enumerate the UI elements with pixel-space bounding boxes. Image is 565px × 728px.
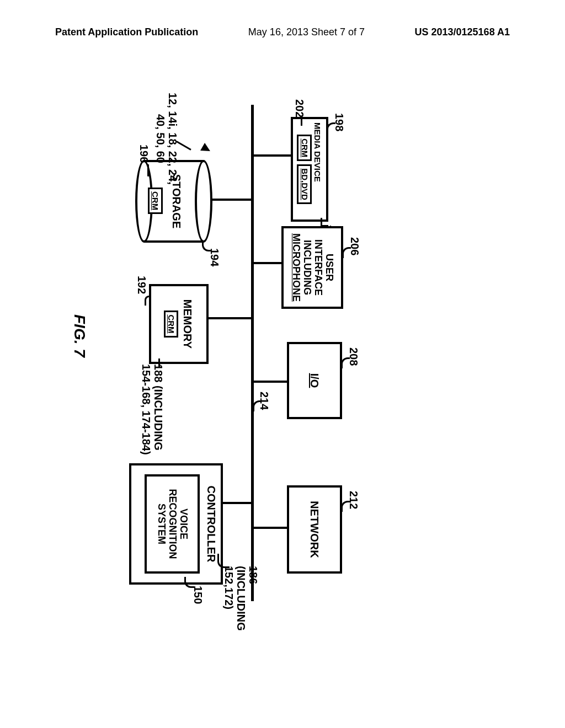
io-block: I/O (287, 342, 342, 419)
media-device-block: MEDIA DEVICE CRM BD,DVD (291, 117, 328, 222)
leader-208 (341, 357, 350, 368)
header-right: US 2013/0125168 A1 (415, 26, 510, 38)
ref-186: 186 (INCLUDING 152,172) (223, 566, 259, 631)
leader-150 (184, 577, 194, 588)
crm-label-media: CRM (300, 138, 310, 157)
crm-block-storage: CRM (148, 188, 163, 214)
leader-194 (202, 240, 211, 251)
crm-label-storage: CRM (151, 191, 160, 210)
stub-storage (211, 199, 251, 201)
network-label: NETWORK (308, 501, 321, 558)
user-interface-block: USERINTERFACEINCLUDINGMICROPHONE (281, 226, 343, 309)
stub-network (254, 527, 287, 529)
voice-recognition-label: VOICE RECOGNITION SYSTEM (156, 489, 188, 559)
page-header: Patent Application Publication May 16, 2… (0, 26, 565, 38)
leader-206 (342, 247, 351, 258)
diagram-canvas: MEDIA DEVICE CRM BD,DVD 198 204 202 USER… (55, 83, 430, 634)
ui-line3: INCLUDING (302, 240, 313, 295)
controller-block: CONTROLLER VOICE RECOGNITION SYSTEM (129, 463, 223, 585)
leader-192 (145, 296, 151, 306)
leader-212 (341, 501, 350, 512)
ref-196: 196 (138, 144, 150, 163)
ref-186-text: 186 (INCLUDING 152,172) (223, 566, 259, 631)
voice-recognition-block: VOICE RECOGNITION SYSTEM (145, 474, 200, 574)
leader-214 (253, 400, 260, 411)
crm-block-memory: CRM (164, 311, 179, 337)
stub-io (254, 381, 287, 383)
ui-line4: MICROPHONE (291, 233, 302, 302)
stub-memory (208, 317, 251, 319)
leader-198 (327, 122, 335, 133)
controller-label: CONTROLLER (205, 486, 217, 563)
header-center: May 16, 2013 Sheet 7 of 7 (248, 26, 365, 38)
ref-system-text: 12, 14i, 18, 22, 24, 40, 50, 60 (154, 93, 179, 185)
bd-dvd-label: BD,DVD (300, 168, 310, 200)
ref-150: 150 (192, 586, 204, 604)
ref-192: 192 (136, 276, 148, 294)
leader-204 (321, 218, 328, 227)
arrowhead-system (200, 143, 212, 155)
ref-188-text: 188 (INCLUDING 154-168, 174-184) (140, 364, 164, 455)
bd-dvd-block: BD,DVD (297, 164, 312, 204)
network-block: NETWORK (287, 485, 342, 574)
ui-line2: INTERFACE (313, 239, 324, 296)
crm-block-media: CRM (297, 135, 312, 161)
io-label: I/O (308, 373, 321, 388)
stub-media (254, 154, 291, 157)
stub-ui (254, 262, 281, 264)
media-device-label: MEDIA DEVICE (313, 122, 322, 182)
leader-186 (217, 554, 230, 568)
stub-controller (222, 502, 251, 504)
ref-188: 188 (INCLUDING 154-168, 174-184) (140, 364, 164, 455)
user-interface-label: USERINTERFACEINCLUDINGMICROPHONE (290, 233, 334, 302)
diagram-area: MEDIA DEVICE CRM BD,DVD 198 204 202 USER… (55, 83, 430, 634)
memory-block: MEMORY CRM (149, 284, 209, 364)
figure-label: FIG. 7 (71, 314, 88, 357)
ref-202: 202 (294, 99, 306, 117)
ref-system: 12, 14i, 18, 22, 24, 40, 50, 60 (154, 93, 179, 185)
memory-label: MEMORY (182, 299, 194, 349)
ui-line1: USER (324, 254, 335, 281)
crm-label-memory: CRM (167, 314, 176, 333)
header-left: Patent Application Publication (55, 26, 198, 38)
